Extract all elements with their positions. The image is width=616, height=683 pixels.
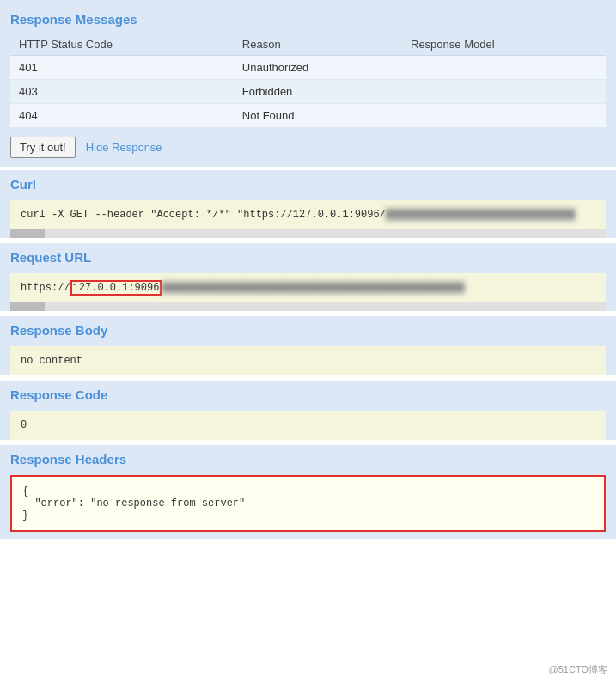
curl-blurred: ███████████████████████████ [386,209,576,221]
request-url-section: Request URL https://127.0.0.1:9096██████… [0,243,616,311]
curl-section: Curl curl -X GET --header "Accept: */*" … [0,170,616,238]
url-scrollbar-track[interactable] [10,302,606,311]
response-messages-section: Response Messages HTTP Status Code Reaso… [0,0,616,128]
col-header-status-code: HTTP Status Code [10,34,234,56]
response-code-value: 0 [21,419,27,431]
url-prefix: https:// [21,282,70,294]
col-header-reason: Reason [234,34,402,56]
response-body-content: no content [21,355,82,367]
col-header-response-model: Response Model [402,34,606,56]
response-code-section: Response Code 0 [0,381,616,440]
table-row: 403 Forbidden [10,80,606,104]
page-wrapper: Response Messages HTTP Status Code Reaso… [0,0,616,683]
curl-scrollbar-thumb[interactable] [10,229,45,238]
model-404 [402,104,606,128]
model-403 [402,80,606,104]
response-headers-title: Response Headers [10,445,606,470]
reason-401: Unauthorized [234,56,402,80]
status-code-401: 401 [10,56,234,80]
url-scrollbar-thumb[interactable] [10,302,45,311]
try-it-button[interactable]: Try it out! [10,137,76,158]
curl-command-text: curl -X GET --header "Accept: */*" "http… [21,209,386,221]
url-blurred: ████████████████████████████████████████… [162,282,465,294]
watermark: @51CTO博客 [549,663,607,676]
response-headers-section: Response Headers { "error": "no response… [0,445,616,539]
response-body-section: Response Body no content [0,316,616,375]
response-messages-title: Response Messages [10,7,606,30]
response-code-title: Response Code [10,381,606,406]
curl-command-box: curl -X GET --header "Accept: */*" "http… [10,200,606,229]
model-401 [402,56,606,80]
hide-response-link[interactable]: Hide Response [86,141,162,154]
response-headers-box: { "error": "no response from server" } [10,475,606,532]
response-code-box: 0 [10,411,606,440]
request-url-box: https://127.0.0.1:9096██████████████████… [10,273,606,302]
response-body-title: Response Body [10,316,606,341]
table-header-row: HTTP Status Code Reason Response Model [10,34,606,56]
table-row: 401 Unauthorized [10,56,606,80]
reason-404: Not Found [234,104,402,128]
status-code-403: 403 [10,80,234,104]
request-url-title: Request URL [10,243,606,268]
curl-title: Curl [10,170,606,195]
curl-scrollbar-track[interactable] [10,229,606,238]
table-row: 404 Not Found [10,104,606,128]
action-row: Try it out! Hide Response [0,128,616,167]
status-code-404: 404 [10,104,234,128]
response-messages-table: HTTP Status Code Reason Response Model 4… [10,34,606,128]
url-highlight: 127.0.0.1:9096 [70,280,162,296]
reason-403: Forbidden [234,80,402,104]
response-body-box: no content [10,346,606,375]
